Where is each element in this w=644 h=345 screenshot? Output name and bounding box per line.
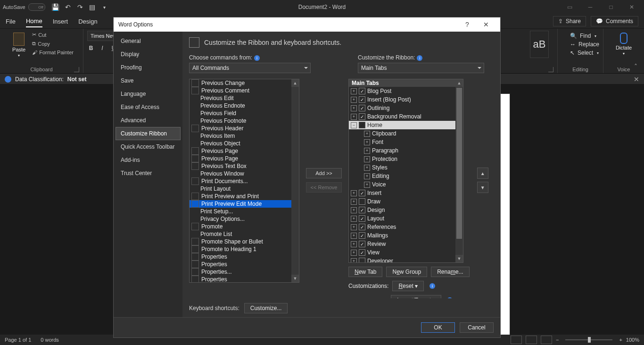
qat-more-icon[interactable]: ▾ — [101, 3, 108, 11]
dialog-close-icon[interactable]: ✕ — [477, 21, 495, 28]
read-mode-icon[interactable] — [511, 336, 522, 344]
expand-icon[interactable]: + — [351, 88, 357, 94]
expand-icon[interactable]: + — [351, 97, 357, 103]
expand-icon[interactable]: + — [351, 114, 357, 120]
commands-listbox[interactable]: Previous Change Previous Comment Previou… — [189, 79, 299, 283]
find-button[interactable]: 🔍Find▾ — [561, 33, 599, 39]
checkbox[interactable] — [359, 241, 365, 247]
touch-mode-icon[interactable]: ▤ — [89, 3, 96, 11]
expand-icon[interactable]: + — [351, 250, 357, 256]
expand-icon[interactable]: + — [364, 148, 370, 154]
tab-file[interactable]: File — [6, 16, 16, 27]
replace-button[interactable]: ↔Replace — [561, 41, 599, 48]
expand-icon[interactable]: + — [351, 216, 357, 222]
tab-design[interactable]: Design — [78, 16, 97, 27]
cat-language[interactable]: Language — [116, 87, 181, 101]
scroll-down-icon[interactable]: ▼ — [455, 255, 463, 262]
share-button[interactable]: ⇪Share — [553, 16, 586, 26]
bold-button[interactable]: B — [87, 45, 95, 51]
styles-gallery[interactable]: aB — [530, 31, 549, 58]
scrollbar-thumb[interactable] — [456, 88, 462, 239]
classification-close-icon[interactable]: ✕ — [634, 76, 639, 83]
word-count[interactable]: 0 words — [41, 337, 59, 343]
info-icon[interactable]: i — [447, 297, 453, 298]
zoom-level[interactable]: 100% — [626, 337, 639, 343]
dictate-dropdown-icon[interactable]: ▾ — [623, 51, 625, 56]
checkbox[interactable] — [359, 232, 365, 239]
expand-icon[interactable]: + — [351, 190, 357, 196]
minimize-icon[interactable]: ─ — [581, 1, 600, 13]
expand-icon[interactable]: + — [351, 241, 357, 247]
expand-icon[interactable]: + — [364, 173, 370, 179]
cat-customize-ribbon[interactable]: Customize Ribbon — [116, 127, 181, 140]
checkbox[interactable] — [359, 198, 365, 205]
save-icon[interactable]: 💾 — [52, 3, 59, 11]
paste-button[interactable]: Paste ▾ — [9, 31, 28, 59]
cat-save[interactable]: Save — [116, 74, 181, 87]
scroll-up-icon[interactable]: ▲ — [455, 79, 463, 87]
cat-trust-center[interactable]: Trust Center — [116, 167, 181, 180]
autosave-toggle[interactable]: AutoSave Off — [3, 3, 45, 11]
checkbox[interactable] — [359, 113, 365, 120]
collapse-icon[interactable]: − — [351, 122, 357, 128]
cat-quick-access-toolbar[interactable]: Quick Access Toolbar — [116, 140, 181, 153]
cat-ease-of-access[interactable]: Ease of Access — [116, 101, 181, 114]
ribbon-display-icon[interactable]: ▭ — [560, 1, 579, 13]
dialog-help-icon[interactable]: ? — [458, 21, 477, 28]
choose-commands-dropdown[interactable]: All Commands — [189, 63, 311, 73]
copy-button[interactable]: ⧉Copy — [32, 40, 74, 48]
remove-button[interactable]: << Remove — [306, 182, 342, 193]
autosave-switch[interactable]: Off — [28, 3, 45, 11]
ribbon-tree[interactable]: Main Tabs +Blog Post +Insert (Blog Post)… — [348, 79, 463, 263]
info-icon[interactable]: i — [254, 55, 260, 61]
cat-display[interactable]: Display — [116, 48, 181, 61]
scroll-down-icon[interactable]: ▼ — [291, 275, 299, 282]
reset-button[interactable]: Reset ▾ — [392, 281, 424, 291]
redo-icon[interactable]: ↷ — [76, 3, 84, 11]
cat-advanced[interactable]: Advanced — [116, 114, 181, 127]
new-tab-button[interactable]: New Tab — [348, 267, 382, 277]
expand-icon[interactable]: + — [351, 258, 357, 263]
cancel-button[interactable]: Cancel — [460, 322, 494, 333]
checkbox[interactable] — [359, 105, 365, 111]
expand-icon[interactable]: + — [364, 156, 370, 162]
customize-ribbon-dropdown[interactable]: Main Tabs — [358, 63, 484, 73]
scroll-up-icon[interactable]: ▲ — [291, 79, 299, 87]
dictate-button[interactable]: Dictate ▾ — [609, 31, 638, 58]
info-icon[interactable]: i — [429, 283, 435, 289]
format-painter-button[interactable]: 🖌Format Painter — [32, 49, 74, 56]
zoom-out-icon[interactable]: − — [556, 337, 559, 343]
expand-icon[interactable]: + — [364, 182, 370, 188]
styles-dialog-launcher[interactable] — [548, 67, 553, 72]
checkbox[interactable] — [359, 96, 365, 103]
expand-icon[interactable]: + — [351, 105, 357, 111]
tree-scrollbar[interactable]: ▲ ▼ — [455, 79, 463, 262]
checkbox[interactable] — [359, 215, 365, 222]
maximize-icon[interactable]: □ — [602, 1, 620, 13]
checkbox[interactable] — [359, 258, 365, 263]
page-indicator[interactable]: Page 1 of 1 — [5, 337, 31, 343]
checkbox[interactable] — [359, 122, 365, 128]
checkbox[interactable] — [359, 207, 365, 213]
close-icon[interactable]: ✕ — [622, 1, 641, 13]
ok-button[interactable]: OK — [421, 322, 455, 333]
web-layout-icon[interactable] — [541, 336, 552, 344]
expand-icon[interactable]: + — [364, 131, 370, 137]
expand-icon[interactable]: + — [364, 139, 370, 145]
checkbox[interactable] — [359, 249, 365, 256]
cat-general[interactable]: General — [116, 34, 181, 48]
customize-shortcuts-button[interactable]: Customize... — [244, 303, 288, 313]
classification-value[interactable]: Not set — [67, 76, 87, 83]
import-export-button[interactable]: Import/Export ▾ — [391, 295, 441, 298]
undo-icon[interactable]: ↶ — [64, 3, 72, 11]
cat-add-ins[interactable]: Add-ins — [116, 153, 181, 167]
select-button[interactable]: ↖Select▾ — [561, 50, 599, 56]
add-button[interactable]: Add >> — [306, 168, 342, 178]
move-up-button[interactable]: ▲ — [477, 168, 488, 179]
print-layout-icon[interactable] — [526, 336, 537, 344]
expand-icon[interactable]: + — [351, 207, 357, 213]
move-down-button[interactable]: ▼ — [477, 182, 488, 193]
paste-dropdown-icon[interactable]: ▾ — [18, 53, 20, 58]
commands-scrollbar[interactable]: ▲ ▼ — [291, 79, 299, 282]
zoom-slider[interactable] — [565, 339, 612, 340]
